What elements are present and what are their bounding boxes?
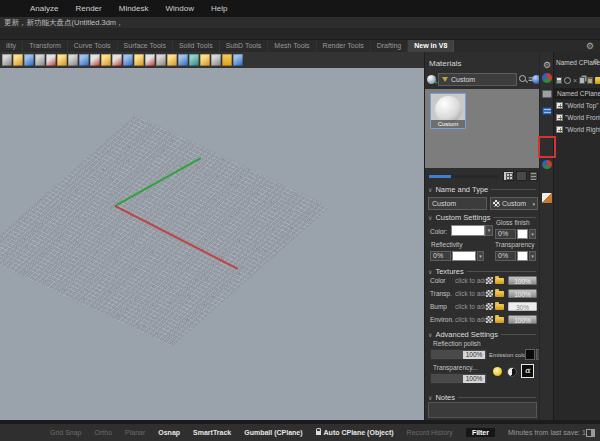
- add-material-icon[interactable]: +: [427, 75, 436, 84]
- toolbar-icon[interactable]: [79, 54, 89, 66]
- cplane-row-world-right[interactable]: "World Right": [554, 123, 600, 135]
- folder-icon[interactable]: [495, 304, 504, 310]
- toolbar-icon[interactable]: [145, 54, 155, 66]
- toolbar-icon[interactable]: [233, 54, 243, 66]
- folder-icon[interactable]: [495, 278, 504, 284]
- menu-render[interactable]: Render: [75, 4, 101, 13]
- toolbar-icon[interactable]: [200, 54, 210, 66]
- status-record-history[interactable]: Record History: [407, 429, 453, 436]
- status-planar[interactable]: Planar: [125, 429, 145, 436]
- reflectivity-value[interactable]: 0%: [430, 251, 451, 261]
- toolbar-icon[interactable]: [101, 54, 111, 66]
- menu-help[interactable]: Help: [211, 4, 227, 13]
- folder-icon[interactable]: [495, 291, 504, 297]
- command-input[interactable]: [0, 29, 600, 40]
- copy-icon[interactable]: [579, 77, 585, 84]
- material-thumbnail[interactable]: Custom: [430, 93, 466, 129]
- gear-icon[interactable]: ⚙: [593, 58, 599, 66]
- tab-visibility[interactable]: ility: [0, 40, 23, 52]
- lightbulb-icon[interactable]: [493, 367, 502, 376]
- cplane-row-world-front[interactable]: "World Front": [554, 111, 600, 123]
- emission-color-swatch[interactable]: [525, 349, 535, 360]
- status-osnap[interactable]: Osnap: [158, 429, 180, 436]
- checker-icon[interactable]: [486, 277, 493, 284]
- gloss-swatch[interactable]: [517, 229, 528, 239]
- material-type-dropdown[interactable]: Custom ▾: [490, 197, 538, 210]
- texture-add-link[interactable]: click to add: [455, 303, 488, 310]
- toolbar-icon[interactable]: [46, 54, 56, 66]
- tab-drafting[interactable]: Drafting: [371, 40, 409, 52]
- toolbar-icon[interactable]: [167, 54, 177, 66]
- color-swatch[interactable]: [451, 225, 485, 236]
- tab-curve-tools[interactable]: Curve Tools: [68, 40, 118, 52]
- gear-icon[interactable]: ⚙: [586, 40, 594, 52]
- texture-add-link[interactable]: click to add: [455, 277, 488, 284]
- delete-cplane-icon[interactable]: ×: [573, 77, 577, 84]
- shaded-sphere-icon[interactable]: [507, 367, 517, 377]
- list-view-button[interactable]: [529, 171, 538, 181]
- thumbnail-size-slider[interactable]: [429, 175, 499, 178]
- toolbar-icon[interactable]: [24, 54, 34, 66]
- status-auto-cplane[interactable]: Auto CPlane (Object): [316, 429, 394, 436]
- status-filter[interactable]: Filter: [466, 428, 495, 437]
- viewport-perspective[interactable]: [0, 68, 424, 420]
- grid-view-button[interactable]: [503, 171, 514, 181]
- folder-icon[interactable]: [495, 317, 504, 323]
- restore-cplane-icon[interactable]: [564, 77, 571, 84]
- material-search-input[interactable]: Custom: [438, 73, 517, 86]
- panel-toggle-icon[interactable]: [586, 429, 595, 437]
- save-cplane-icon[interactable]: [556, 77, 562, 84]
- toolbar-icon[interactable]: [112, 54, 122, 66]
- texture-add-link[interactable]: click to add: [455, 290, 488, 297]
- transparency-swatch[interactable]: [517, 251, 528, 261]
- toolbar-icon[interactable]: [2, 54, 12, 66]
- status-gumball[interactable]: Gumball (CPlane): [244, 429, 302, 436]
- toolbar-icon[interactable]: [68, 54, 78, 66]
- gloss-dropdown-button[interactable]: ▾: [529, 229, 536, 239]
- toolbar-icon[interactable]: [90, 54, 100, 66]
- status-smarttrack[interactable]: SmartTrack: [193, 429, 231, 436]
- toolbar-icon[interactable]: [211, 54, 221, 66]
- search-icon[interactable]: [519, 75, 526, 82]
- properties-tab-gear-icon[interactable]: ⚙: [542, 60, 552, 70]
- paste-icon[interactable]: [587, 77, 593, 84]
- material-name-field[interactable]: Custom: [428, 197, 487, 210]
- alpha-channel-button[interactable]: α: [521, 364, 534, 378]
- status-ortho[interactable]: Ortho: [95, 429, 113, 436]
- menu-window[interactable]: Window: [166, 4, 194, 13]
- tab-subd-tools[interactable]: SubD Tools: [220, 40, 269, 52]
- checker-icon[interactable]: [486, 303, 493, 310]
- checker-icon[interactable]: [486, 316, 493, 323]
- small-grid-view-button[interactable]: [516, 171, 527, 181]
- reflectivity-dropdown-button[interactable]: ▾: [477, 251, 484, 261]
- tab-new-in-v8[interactable]: New in V8: [408, 40, 454, 52]
- status-grid-snap[interactable]: Grid Snap: [50, 429, 82, 436]
- materials-list[interactable]: Custom: [425, 89, 540, 168]
- toolbar-icon[interactable]: [35, 54, 45, 66]
- tab-surface-tools[interactable]: Surface Tools: [118, 40, 173, 52]
- toolbar-icon[interactable]: [13, 54, 23, 66]
- tab-solid-tools[interactable]: Solid Tools: [173, 40, 220, 52]
- display-tab-icon[interactable]: [542, 90, 552, 98]
- libraries-tab-color-wheel-icon[interactable]: [542, 160, 552, 169]
- checker-icon[interactable]: [486, 290, 493, 297]
- tab-mesh-tools[interactable]: Mesh Tools: [268, 40, 316, 52]
- reflection-polish-slider[interactable]: 100%: [430, 349, 487, 360]
- command-history[interactable]: 更新，新功能大盘点(Untitled.3dm，: [0, 17, 600, 29]
- toolbar-icon[interactable]: [156, 54, 166, 66]
- toolbar-icon[interactable]: [57, 54, 67, 66]
- tab-transform[interactable]: Transform: [23, 40, 68, 52]
- menu-analyze[interactable]: Analyze: [30, 4, 58, 13]
- transparency-dropdown-button[interactable]: ▾: [529, 251, 536, 261]
- texture-amount-button[interactable]: 100%: [508, 289, 537, 298]
- gloss-finish-value[interactable]: 0%: [495, 229, 516, 239]
- rendering-tab-color-wheel-icon[interactable]: [542, 73, 552, 83]
- toolbar-icon[interactable]: [189, 54, 199, 66]
- texture-amount-button[interactable]: 100%: [508, 276, 537, 285]
- toolbar-icon[interactable]: [134, 54, 144, 66]
- menu-mindesk[interactable]: Mindesk: [119, 4, 149, 13]
- reflectivity-swatch[interactable]: [452, 251, 476, 261]
- toolbar-icon[interactable]: [178, 54, 188, 66]
- notes-textarea[interactable]: [428, 402, 537, 418]
- transparency-value[interactable]: 0%: [495, 251, 516, 261]
